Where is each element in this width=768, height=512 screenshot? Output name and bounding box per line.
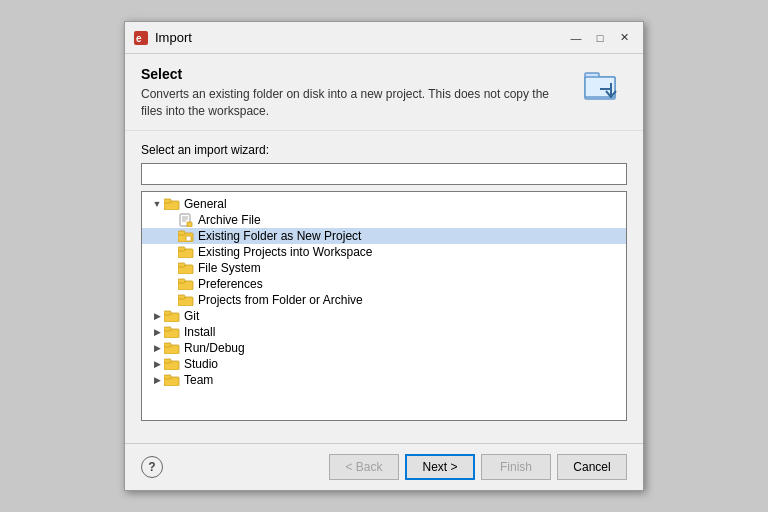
tree-item-team[interactable]: ▶ Team	[142, 372, 626, 388]
maximize-button[interactable]: □	[589, 28, 611, 48]
file-icon-archive	[178, 213, 194, 227]
header-icon	[579, 66, 627, 106]
title-bar: e Import — □ ✕	[125, 22, 643, 54]
cancel-button[interactable]: Cancel	[557, 454, 627, 480]
tree-label-archive-file: Archive File	[198, 213, 261, 227]
svg-rect-8	[164, 199, 171, 203]
import-dialog: e Import — □ ✕ Select Converts an existi…	[124, 21, 644, 491]
tree-label-existing-folder: Existing Folder as New Project	[198, 229, 361, 243]
spacer6	[164, 293, 178, 307]
tree-label-install: Install	[184, 325, 215, 339]
back-button[interactable]: < Back	[329, 454, 399, 480]
tree-label-projects-folder: Projects from Folder or Archive	[198, 293, 363, 307]
tree-item-existing-folder[interactable]: Existing Folder as New Project	[142, 228, 626, 244]
dialog-title: Import	[155, 30, 192, 45]
header-text: Select Converts an existing folder on di…	[141, 66, 569, 120]
svg-rect-18	[178, 247, 185, 251]
header-title: Select	[141, 66, 569, 82]
search-input[interactable]	[141, 163, 627, 185]
tree-label-preferences: Preferences	[198, 277, 263, 291]
tree-item-install[interactable]: ▶ Install	[142, 324, 626, 340]
folder-icon-git	[164, 309, 180, 323]
folder-icon-projects	[178, 245, 194, 259]
window-controls: — □ ✕	[565, 28, 635, 48]
folder-icon-existing	[178, 229, 194, 243]
expand-icon-general[interactable]: ▼	[150, 197, 164, 211]
tree-container[interactable]: ▼ General	[141, 191, 627, 421]
header-description: Converts an existing folder on disk into…	[141, 86, 569, 120]
tree-label-run-debug: Run/Debug	[184, 341, 245, 355]
svg-rect-34	[164, 375, 171, 379]
svg-rect-16	[186, 236, 191, 241]
footer-left: ?	[141, 456, 163, 478]
dialog-body: Select an import wizard: ▼ General	[125, 131, 643, 443]
tree-label-existing-projects: Existing Projects into Workspace	[198, 245, 373, 259]
expand-icon-team[interactable]: ▶	[150, 373, 164, 387]
tree-item-git[interactable]: ▶ Git	[142, 308, 626, 324]
spacer	[164, 213, 178, 227]
tree-label-file-system: File System	[198, 261, 261, 275]
tree-label-studio: Studio	[184, 357, 218, 371]
tree-item-archive-file[interactable]: Archive File	[142, 212, 626, 228]
tree-item-projects-folder[interactable]: Projects from Folder or Archive	[142, 292, 626, 308]
svg-rect-26	[164, 311, 171, 315]
tree-item-general[interactable]: ▼ General	[142, 196, 626, 212]
finish-button[interactable]: Finish	[481, 454, 551, 480]
svg-rect-30	[164, 343, 171, 347]
expand-icon-git[interactable]: ▶	[150, 309, 164, 323]
app-icon: e	[133, 30, 149, 46]
folder-icon-studio	[164, 357, 180, 371]
folder-icon-team	[164, 373, 180, 387]
svg-rect-15	[178, 231, 185, 235]
spacer3	[164, 245, 178, 259]
svg-rect-24	[178, 295, 185, 299]
tree-label-general: General	[184, 197, 227, 211]
wizard-label: Select an import wizard:	[141, 143, 627, 157]
folder-icon-filesystem	[178, 261, 194, 275]
expand-icon-studio[interactable]: ▶	[150, 357, 164, 371]
folder-icon-general	[164, 197, 180, 211]
svg-rect-20	[178, 263, 185, 267]
folder-icon-projects-archive	[178, 293, 194, 307]
spacer4	[164, 261, 178, 275]
close-button[interactable]: ✕	[613, 28, 635, 48]
tree-label-team: Team	[184, 373, 213, 387]
tree-label-git: Git	[184, 309, 199, 323]
tree-item-existing-projects[interactable]: Existing Projects into Workspace	[142, 244, 626, 260]
title-bar-left: e Import	[133, 30, 192, 46]
spacer5	[164, 277, 178, 291]
dialog-footer: ? < Back Next > Finish Cancel	[125, 443, 643, 490]
svg-rect-22	[178, 279, 185, 283]
folder-icon-prefs	[178, 277, 194, 291]
expand-icon-install[interactable]: ▶	[150, 325, 164, 339]
svg-text:e: e	[136, 33, 142, 44]
spacer2	[164, 229, 178, 243]
tree-item-studio[interactable]: ▶ Studio	[142, 356, 626, 372]
next-button[interactable]: Next >	[405, 454, 475, 480]
svg-rect-32	[164, 359, 171, 363]
folder-icon-install	[164, 325, 180, 339]
svg-rect-28	[164, 327, 171, 331]
footer-buttons: < Back Next > Finish Cancel	[329, 454, 627, 480]
dialog-header: Select Converts an existing folder on di…	[125, 54, 643, 131]
tree-item-preferences[interactable]: Preferences	[142, 276, 626, 292]
tree-item-file-system[interactable]: File System	[142, 260, 626, 276]
help-button[interactable]: ?	[141, 456, 163, 478]
svg-rect-13	[187, 222, 192, 227]
folder-icon-run-debug	[164, 341, 180, 355]
tree-item-run-debug[interactable]: ▶ Run/Debug	[142, 340, 626, 356]
minimize-button[interactable]: —	[565, 28, 587, 48]
expand-icon-run-debug[interactable]: ▶	[150, 341, 164, 355]
